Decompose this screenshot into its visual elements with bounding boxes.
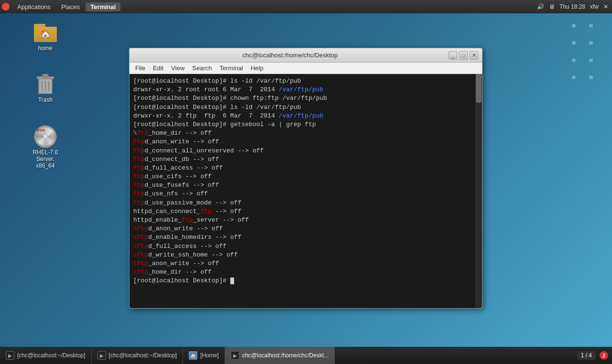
trash-icon-label: Trash bbox=[38, 96, 53, 103]
menu-edit[interactable]: Edit bbox=[149, 64, 167, 73]
term-line: ftpd_use_nfs --> off bbox=[133, 190, 471, 198]
taskbar-top: Applications Places Terminal 🔊 🖥 Thu 18:… bbox=[0, 0, 612, 13]
terminal-title: chc@localhost:/home/chc/Desktop bbox=[133, 52, 447, 59]
applications-menu[interactable]: Applications bbox=[12, 2, 55, 11]
term-line: ftpd_full_access --> off bbox=[133, 164, 471, 172]
taskbar-home-label: [Home] bbox=[200, 352, 219, 359]
term-line: httpd_enable_ftp_server --> off bbox=[133, 216, 471, 225]
desktop-icon-trash[interactable]: Trash bbox=[24, 71, 67, 105]
menu-search[interactable]: Search bbox=[188, 64, 215, 73]
taskbar-item-term3[interactable]: ▶ chc@localhost:/home/chc/Deskt... bbox=[225, 347, 335, 364]
term-line: drwxr-xr-x. 2 root root 6 Mar 7 2014 /va… bbox=[133, 86, 471, 94]
term-line: sftpd_full_access --> off bbox=[133, 242, 471, 251]
term-line: sftpd_anon_write --> off bbox=[133, 225, 471, 233]
taskbar-home-icon: 🏠 bbox=[189, 351, 197, 360]
term-line: \ftp_home_dir --> off bbox=[133, 129, 471, 138]
dvd-disc-icon: DVD bbox=[34, 125, 57, 148]
taskbar-term1-icon: ▶ bbox=[6, 351, 14, 360]
taskbar-term2-icon: ▶ bbox=[97, 351, 106, 360]
term-line: ftpd_anon_write --> off bbox=[133, 138, 471, 146]
terminal-scrollbar[interactable] bbox=[475, 74, 482, 308]
svg-rect-2 bbox=[43, 74, 48, 77]
taskbar-bottom: ▶ [chc@localhost:~/Desktop] ▶ [chc@local… bbox=[0, 347, 612, 364]
menu-view[interactable]: View bbox=[167, 64, 188, 73]
terminal-window: chc@localhost:/home/chc/Desktop _ □ ✕ Fi… bbox=[129, 48, 483, 309]
taskbar-top-right: 🔊 🖥 Thu 18:28 xfw ✕ bbox=[537, 3, 612, 10]
close-session-icon[interactable]: ✕ bbox=[603, 3, 608, 10]
page-indicator: 1 / 4 bbox=[577, 351, 596, 360]
taskbar-top-left: Applications Places Terminal bbox=[0, 2, 120, 11]
folder-icon: 🏠 bbox=[34, 21, 57, 44]
term-cursor-line: [root@localhost Desktop]# bbox=[133, 277, 471, 285]
term-line: drwxr-xr-x. 2 ftp ftp 6 Mar 7 2014 /var/… bbox=[133, 112, 471, 120]
terminal-body[interactable]: [root@localhost Desktop]# ls -ld /var/ft… bbox=[129, 74, 482, 308]
taskbar-item-term2[interactable]: ▶ [chc@localhost:~/Desktop] bbox=[92, 347, 183, 364]
term-line: tftp_home_dir --> off bbox=[133, 268, 471, 277]
taskbar-right-info: 1 / 4 2 bbox=[577, 351, 612, 360]
term-line: [root@localhost Desktop]# ls -ld /var/ft… bbox=[133, 77, 471, 86]
home-icon-label: home bbox=[38, 45, 53, 52]
desktop-icon-dvd[interactable]: DVD RHEL-7.0 Server. x86_64 bbox=[24, 123, 67, 171]
taskbar-term3-label: chc@localhost:/home/chc/Deskt... bbox=[242, 352, 329, 359]
term-line: httpd_can_connect_ftp --> off bbox=[133, 207, 471, 216]
volume-icon[interactable]: 🔊 bbox=[537, 3, 544, 10]
term-line: sftpd_enable_homedirs --> off bbox=[133, 233, 471, 242]
desktop-icon-home[interactable]: 🏠 home bbox=[24, 19, 67, 54]
terminal-cursor bbox=[230, 278, 234, 284]
terminal-titlebar: chc@localhost:/home/chc/Desktop _ □ ✕ bbox=[129, 48, 482, 63]
wm-label: xfw bbox=[590, 3, 599, 10]
term-line: [root@localhost Desktop]# getsebool -a |… bbox=[133, 120, 471, 129]
clock: Thu 18:28 bbox=[559, 3, 585, 10]
taskbar-item-home[interactable]: 🏠 [Home] bbox=[183, 347, 225, 364]
trash-icon bbox=[34, 73, 57, 96]
places-menu[interactable]: Places bbox=[56, 2, 85, 11]
taskbar-item-term1[interactable]: ▶ [chc@localhost:~/Desktop] bbox=[0, 347, 92, 364]
close-button[interactable]: ✕ bbox=[470, 51, 478, 60]
term-line: ftpd_use_cifs --> off bbox=[133, 172, 471, 181]
maximize-button[interactable]: □ bbox=[459, 51, 468, 60]
taskbar-term3-icon: ▶ bbox=[231, 351, 239, 360]
term-line: ftpd_use_fusefs --> off bbox=[133, 181, 471, 190]
terminal-menubar: File Edit View Search Terminal Help bbox=[129, 63, 482, 74]
menu-file[interactable]: File bbox=[131, 64, 149, 73]
menu-terminal[interactable]: Terminal bbox=[216, 64, 247, 73]
term-line: ftpd_use_passive_mode --> off bbox=[133, 199, 471, 207]
term-line: sftpd_write_ssh_home --> off bbox=[133, 251, 471, 259]
terminal-menu[interactable]: Terminal bbox=[86, 2, 120, 11]
network-icon[interactable]: 🖥 bbox=[549, 3, 555, 10]
minimize-button[interactable]: _ bbox=[449, 51, 457, 60]
scrollbar-thumb[interactable] bbox=[476, 74, 482, 103]
taskbar-term2-label: [chc@localhost:~/Desktop] bbox=[109, 352, 177, 359]
term-line: ftpd_connect_db --> off bbox=[133, 155, 471, 164]
terminal-content: [root@localhost Desktop]# ls -ld /var/ft… bbox=[133, 77, 478, 286]
taskbar-term1-label: [chc@localhost:~/Desktop] bbox=[17, 352, 86, 359]
dvd-icon-label: RHEL-7.0 Server. x86_64 bbox=[26, 149, 65, 169]
notification-badge[interactable]: 2 bbox=[600, 351, 608, 360]
menu-help[interactable]: Help bbox=[247, 64, 268, 73]
term-line: [root@localhost Desktop]# ls -ld /var/ft… bbox=[133, 103, 471, 112]
decorative-dots bbox=[572, 24, 593, 93]
term-line: [root@localhost Desktop]# chown ftp:ftp … bbox=[133, 94, 471, 103]
term-line: tftp_anon_write --> off bbox=[133, 259, 471, 268]
app-icon bbox=[2, 3, 10, 11]
term-line: ftpd_connect_all_unreserved --> off bbox=[133, 147, 471, 155]
